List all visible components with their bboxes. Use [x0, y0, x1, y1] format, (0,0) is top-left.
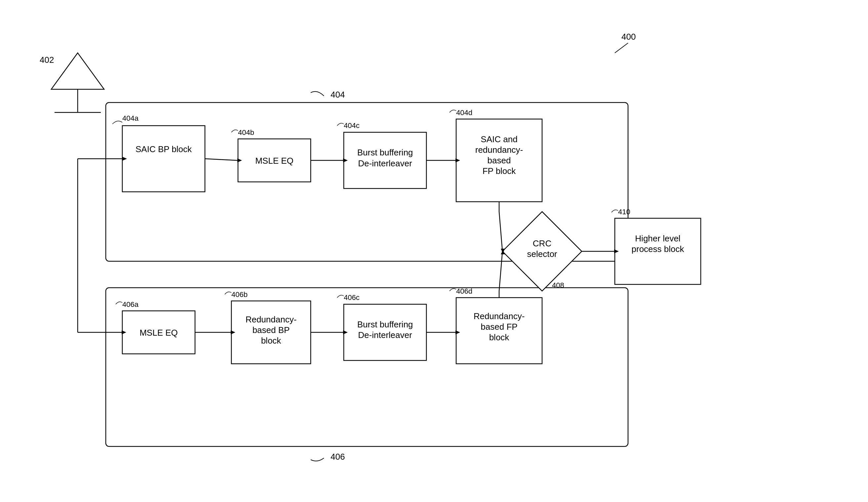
saic-fp-label3: based [487, 155, 511, 165]
diagram-svg: 402 400 404 406 SAIC BP block 404a MSLE … [0, 0, 868, 502]
label-404c: 404c [344, 121, 360, 130]
redun-bp-label2: based BP [252, 325, 290, 335]
redun-bp-label1: Redundancy- [246, 315, 297, 325]
label-404b: 404b [238, 128, 254, 136]
figure-label: 400 [621, 32, 636, 42]
higher-level-label1: Higher level [635, 234, 680, 243]
burst-buf-top-label2: De-interleaver [358, 158, 412, 168]
label-406d: 406d [456, 287, 472, 295]
label-406b: 406b [231, 290, 248, 299]
label-406: 406 [331, 452, 345, 462]
label-410: 410 [618, 208, 630, 216]
svg-line-4 [205, 159, 237, 161]
redun-fp-label2: based FP [480, 322, 517, 332]
higher-level-label2: process block [632, 244, 684, 254]
msle-eq-bot-label: MSLE EQ [140, 328, 178, 338]
crc-label1: CRC [533, 238, 551, 248]
saic-bp-block [122, 126, 205, 192]
burst-buf-bot-label1: Burst buffering [357, 319, 413, 329]
burst-buf-top-label1: Burst buffering [357, 147, 413, 157]
redun-fp-label3: block [489, 332, 510, 342]
label-404: 404 [331, 90, 345, 100]
svg-line-11 [499, 212, 503, 251]
saic-bp-label: SAIC BP block [135, 144, 192, 154]
label-404d: 404d [456, 109, 472, 117]
saic-fp-label4: FP block [483, 166, 516, 176]
redun-fp-label1: Redundancy- [474, 311, 525, 321]
label-406a: 406a [122, 300, 139, 309]
label-404a: 404a [122, 114, 139, 122]
diagram: 402 400 404 406 SAIC BP block 404a MSLE … [0, 0, 868, 502]
saic-fp-label1: SAIC and [480, 134, 517, 144]
msle-eq-top-label: MSLE EQ [255, 156, 293, 166]
antenna-symbol [51, 53, 104, 89]
saic-fp-label2: redundancy- [475, 145, 523, 155]
svg-line-25 [499, 251, 503, 291]
crc-label2: selector [527, 249, 557, 259]
label-406c: 406c [344, 293, 360, 301]
burst-buf-bot-label2: De-interleaver [358, 330, 412, 340]
antenna-label: 402 [40, 55, 54, 65]
label-408: 408 [552, 281, 564, 289]
redun-bp-label3: block [261, 336, 282, 346]
